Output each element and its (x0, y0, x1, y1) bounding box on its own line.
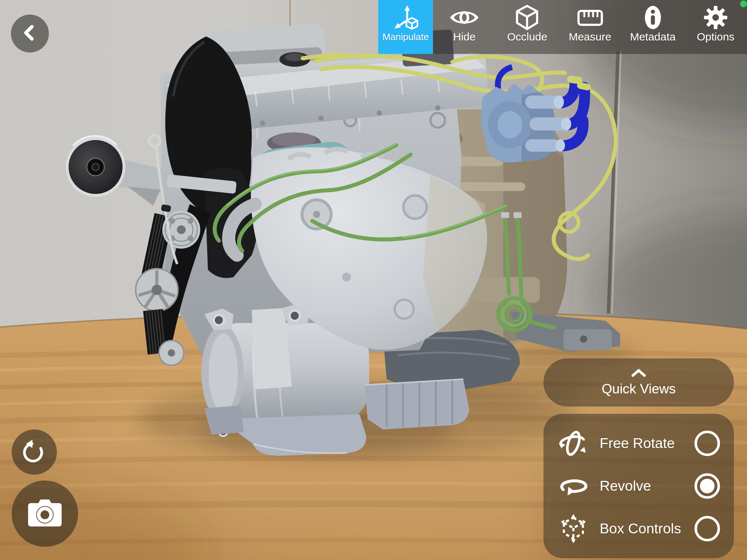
chevron-up-icon (630, 368, 647, 379)
take-photo-button[interactable] (12, 481, 78, 547)
camera-icon (27, 498, 62, 529)
free-rotate-icon (557, 427, 589, 459)
toolbar-item-measure[interactable]: Measure (558, 0, 621, 54)
toolbar-item-options[interactable]: Options (684, 0, 747, 54)
hide-icon (449, 4, 480, 31)
quick-views-label: Quick Views (602, 381, 676, 397)
toolbar-label: Metadata (630, 31, 676, 43)
back-button[interactable] (11, 15, 49, 52)
toolbar-label: Options (697, 31, 734, 43)
toolbar-item-occlude[interactable]: Occlude (496, 0, 558, 54)
toolbar-item-metadata[interactable]: Metadata (622, 0, 684, 54)
toolbar-item-manipulate[interactable]: Manipulate (378, 0, 433, 54)
rotate-mode-free-rotate[interactable]: Free Rotate (543, 427, 734, 459)
occlude-icon (515, 4, 539, 31)
camera-active-indicator (740, 0, 747, 7)
rotate-mode-box-controls[interactable]: Box Controls (543, 513, 734, 545)
toolbar-label: Occlude (507, 31, 547, 43)
metadata-icon (642, 4, 664, 31)
rotation-mode-panel: Free Rotate Revolve (543, 414, 734, 558)
quick-views-button[interactable]: Quick Views (543, 358, 734, 407)
manipulate-icon (391, 4, 420, 31)
rotate-mode-label: Free Rotate (600, 435, 684, 451)
radio-box-controls[interactable] (694, 516, 720, 541)
toolbar-label: Manipulate (382, 31, 429, 43)
reset-model-button[interactable] (12, 429, 57, 475)
chevron-left-icon (19, 22, 41, 45)
measure-icon (576, 4, 604, 31)
options-icon (703, 4, 728, 31)
radio-revolve[interactable] (694, 473, 720, 499)
app-screen: Manipulate Hide (0, 0, 747, 560)
radio-free-rotate[interactable] (694, 431, 720, 456)
toolbar-label: Measure (569, 31, 611, 43)
toolbar-item-hide[interactable]: Hide (433, 0, 496, 54)
rotate-mode-label: Box Controls (600, 521, 684, 537)
top-toolbar: Manipulate Hide (378, 0, 747, 54)
rotate-mode-revolve[interactable]: Revolve (543, 470, 734, 502)
toolbar-label: Hide (453, 31, 476, 43)
rotate-mode-label: Revolve (600, 478, 684, 494)
undo-icon (22, 439, 46, 465)
revolve-icon (557, 470, 589, 502)
box-controls-icon (557, 513, 589, 545)
